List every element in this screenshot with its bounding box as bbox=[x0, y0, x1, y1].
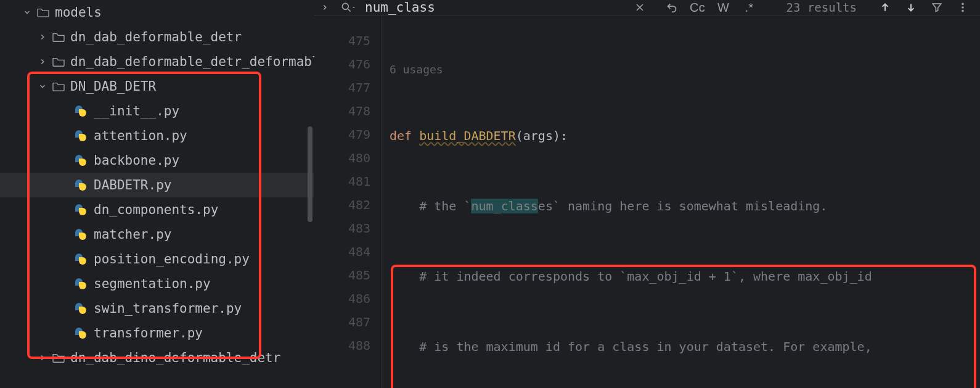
line-number: 477 bbox=[314, 76, 382, 99]
tree-folder[interactable]: dn_dab_deformable_detr bbox=[0, 25, 314, 49]
tree-label: backbone.py bbox=[94, 153, 179, 168]
usages-hint[interactable]: 6 usages bbox=[382, 62, 980, 77]
tree-folder-models[interactable]: models bbox=[0, 0, 314, 25]
tree-label: DABDETR.py bbox=[94, 178, 171, 192]
tree-label: __init__.py bbox=[94, 104, 179, 118]
python-icon bbox=[74, 154, 88, 167]
more-icon[interactable] bbox=[954, 2, 971, 13]
tree-label: dn_components.py bbox=[94, 202, 218, 217]
line-number: 480 bbox=[314, 146, 382, 170]
python-icon bbox=[74, 277, 88, 291]
undo-icon[interactable] bbox=[663, 1, 680, 14]
tree-folder[interactable]: dn_dab_dino_deformable_detr bbox=[0, 345, 314, 370]
python-icon bbox=[74, 203, 88, 217]
svg-point-1 bbox=[962, 3, 964, 6]
tree-label: models bbox=[55, 5, 102, 20]
tree-file[interactable]: dn_components.py bbox=[0, 197, 314, 222]
filter-icon[interactable] bbox=[928, 1, 945, 14]
tree-file[interactable]: __init__.py bbox=[0, 99, 314, 123]
tree-label: DN_DAB_DETR bbox=[70, 79, 156, 94]
chevron-down-icon bbox=[22, 7, 33, 18]
line-number: 485 bbox=[314, 263, 382, 287]
tree-label: segmentation.py bbox=[94, 276, 211, 291]
svg-point-2 bbox=[962, 6, 964, 9]
python-icon bbox=[74, 129, 88, 142]
tree-file[interactable]: matcher.py bbox=[0, 222, 314, 247]
line-number: 476 bbox=[314, 52, 382, 76]
tree-label: matcher.py bbox=[94, 227, 171, 242]
tree-file[interactable]: backbone.py bbox=[0, 148, 314, 173]
tree-label: transformer.py bbox=[94, 326, 203, 341]
tree-label: dn_dab_deformable_detr_deformable_ bbox=[70, 54, 314, 69]
svg-point-3 bbox=[962, 10, 964, 12]
python-icon bbox=[74, 252, 88, 266]
tree-label: dn_dab_dino_deformable_detr bbox=[70, 350, 280, 365]
code-area[interactable]: 475 476 477 478 479 480 481 482 483 484 … bbox=[314, 15, 980, 388]
tree-file[interactable]: attention.py bbox=[0, 123, 314, 148]
find-bar: Cc W .* 23 results bbox=[314, 0, 980, 15]
line-number: 475 bbox=[314, 29, 382, 52]
python-icon bbox=[74, 326, 88, 340]
folder-icon bbox=[36, 7, 50, 18]
tree-label: dn_dab_deformable_detr bbox=[70, 30, 242, 44]
tree-file[interactable]: swin_transformer.py bbox=[0, 296, 314, 321]
line-number: 481 bbox=[314, 170, 382, 193]
line-number: 487 bbox=[314, 310, 382, 334]
code-content[interactable]: 6 usages def build_DABDETR(args): # the … bbox=[382, 15, 980, 388]
folder-icon bbox=[52, 56, 65, 67]
tree-label: attention.py bbox=[94, 128, 187, 143]
python-icon bbox=[74, 302, 88, 315]
chevron-down-icon bbox=[37, 81, 48, 92]
arrow-down-icon[interactable] bbox=[902, 2, 920, 13]
arrow-up-icon[interactable] bbox=[876, 2, 894, 13]
tree-file-dabdetr[interactable]: DABDETR.py bbox=[0, 173, 314, 197]
tree-label: position_encoding.py bbox=[94, 252, 250, 266]
chevron-right-icon bbox=[37, 56, 48, 67]
svg-point-0 bbox=[342, 3, 348, 9]
tree-file[interactable]: transformer.py bbox=[0, 321, 314, 345]
tree-file[interactable]: segmentation.py bbox=[0, 271, 314, 296]
tree-folder-dn-dab-detr[interactable]: DN_DAB_DETR bbox=[0, 74, 314, 99]
search-icon[interactable] bbox=[340, 1, 356, 14]
match-word-toggle[interactable]: W bbox=[715, 1, 732, 15]
chevron-right-icon[interactable] bbox=[318, 3, 332, 12]
line-number: 479 bbox=[314, 123, 382, 146]
scrollbar-thumb[interactable] bbox=[308, 126, 312, 222]
python-icon bbox=[74, 178, 88, 192]
chevron-right-icon bbox=[37, 352, 48, 363]
regex-toggle[interactable]: .* bbox=[741, 1, 758, 15]
tree-file[interactable]: position_encoding.py bbox=[0, 247, 314, 271]
find-results-count: 23 results bbox=[786, 1, 857, 14]
python-icon bbox=[74, 104, 88, 118]
match-case-toggle[interactable]: Cc bbox=[689, 1, 706, 15]
line-number: 486 bbox=[314, 287, 382, 310]
file-tree-sidebar: models dn_dab_deformable_detr dn_dab_def… bbox=[0, 0, 314, 388]
python-icon bbox=[74, 228, 88, 241]
folder-icon bbox=[52, 81, 65, 92]
line-number: 484 bbox=[314, 240, 382, 263]
code-editor: Cc W .* 23 results 475 476 477 478 479 4… bbox=[314, 0, 980, 388]
close-icon[interactable] bbox=[631, 2, 648, 12]
chevron-right-icon bbox=[37, 31, 48, 43]
tree-folder[interactable]: dn_dab_deformable_detr_deformable_ bbox=[0, 49, 314, 74]
line-number: 488 bbox=[314, 334, 382, 357]
line-gutter: 475 476 477 478 479 480 481 482 483 484 … bbox=[314, 15, 382, 388]
line-number: 478 bbox=[314, 99, 382, 123]
find-input[interactable] bbox=[365, 0, 534, 15]
tree-label: swin_transformer.py bbox=[94, 301, 242, 316]
line-number: 483 bbox=[314, 217, 382, 240]
folder-icon bbox=[52, 352, 65, 363]
folder-icon bbox=[52, 31, 65, 43]
line-number: 482 bbox=[314, 193, 382, 217]
